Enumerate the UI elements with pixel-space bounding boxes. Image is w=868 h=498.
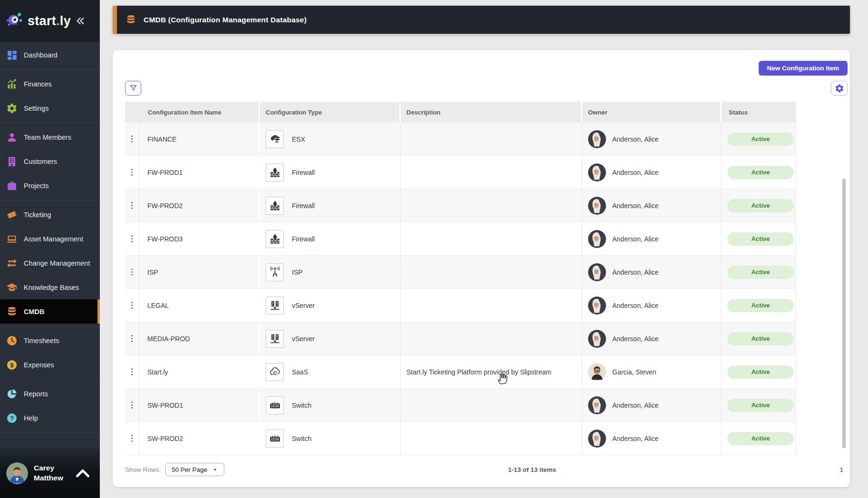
page-header-bar: CMDB (Configuration Management Database): [113, 6, 850, 34]
column-header-owner[interactable]: Owner: [582, 102, 722, 123]
sidebar-divider: [0, 379, 100, 380]
sidebar-item-finances[interactable]: Finances: [0, 72, 100, 96]
cell-configuration-item-name: SW-PROD1: [139, 389, 260, 421]
sidebar-item-knowledge-bases[interactable]: Knowledge Bases: [0, 275, 100, 299]
configuration-item-name: FW-PROD2: [147, 202, 183, 210]
sidebar-item-label: Ticketing: [24, 211, 51, 219]
sidebar-item-change-management[interactable]: Change Management: [0, 251, 100, 275]
sidebar-item-expenses[interactable]: $Expenses: [0, 353, 100, 377]
pagination-page-number[interactable]: 1: [839, 466, 843, 473]
table-row-sw-prod2[interactable]: SW-PROD2SwitchAnderson, AliceActive: [125, 422, 795, 455]
ticket-icon: [6, 209, 18, 220]
configuration-item-name: ISP: [147, 268, 158, 276]
cell-configuration-item-name: FW-PROD2: [139, 189, 260, 222]
status-badge: Active: [727, 166, 794, 179]
row-actions-menu[interactable]: [125, 355, 139, 388]
owner-name: Anderson, Alice: [612, 302, 658, 309]
status-badge: Active: [727, 365, 794, 379]
pagination-range-text: 1-13 of 13 items: [224, 466, 839, 473]
cell-configuration-type: Switch: [260, 389, 401, 421]
sidebar-logo-row: start.ly: [0, 0, 100, 42]
status-badge: Active: [727, 232, 794, 246]
sidebar-item-cmdb[interactable]: CMDB: [0, 299, 100, 324]
sidebar-item-reports[interactable]: Reports: [0, 382, 100, 406]
filter-button[interactable]: [125, 81, 141, 96]
table-row-media-prod[interactable]: MEDIA-PRODvServerAnderson, AliceActive: [125, 322, 795, 355]
table-row-start-ly[interactable]: Start.lySaaSStart.ly Ticketing Platform …: [125, 355, 795, 389]
sidebar-item-customers[interactable]: Customers: [0, 149, 100, 173]
laptop-icon: [6, 233, 18, 245]
table-row-isp[interactable]: ISPISPAnderson, AliceActive: [125, 256, 795, 289]
cell-configuration-type: SaaS: [260, 355, 401, 388]
table-row-legal[interactable]: LEGALvServerAnderson, AliceActive: [125, 289, 795, 322]
cell-owner: Anderson, Alice: [582, 156, 722, 189]
table-body: FINANCEESXAnderson, AliceActiveFW-PROD1F…: [125, 123, 795, 455]
owner-avatar: [588, 363, 606, 381]
row-actions-menu[interactable]: [125, 422, 139, 455]
sidebar-item-projects[interactable]: Projects: [0, 173, 100, 198]
user-menu[interactable]: Carey Matthew: [0, 448, 100, 498]
sidebar-item-label: Reports: [24, 390, 48, 398]
column-header-configuration-item-name[interactable]: Configuration Item Name: [125, 102, 260, 123]
sidebar-item-help[interactable]: ?Help: [0, 406, 100, 430]
svg-text:?: ?: [10, 415, 14, 422]
row-actions-menu[interactable]: [125, 289, 139, 322]
kebab-menu-icon: [127, 201, 136, 210]
saas-icon: [269, 366, 281, 378]
row-actions-menu[interactable]: [125, 322, 139, 355]
cell-status: Active: [722, 422, 795, 455]
table-row-fw-prod2[interactable]: FW-PROD2FirewallAnderson, AliceActive: [125, 189, 795, 222]
sidebar-item-settings[interactable]: Settings: [0, 96, 100, 120]
sidebar-item-asset-management[interactable]: Asset Management: [0, 227, 100, 251]
caret-down-icon: [212, 467, 218, 473]
table-vertical-scrollbar[interactable]: [842, 179, 846, 448]
cell-status: Active: [722, 123, 795, 155]
table-row-sw-prod1[interactable]: SW-PROD1SwitchAnderson, AliceActive: [125, 389, 795, 422]
sidebar-item-team-members[interactable]: Team Members: [0, 125, 100, 149]
owner-avatar: [588, 297, 606, 315]
isp-icon: [269, 266, 281, 278]
cell-configuration-type: Switch: [260, 422, 401, 455]
column-header-description[interactable]: Description: [401, 102, 582, 123]
cell-owner: Anderson, Alice: [582, 256, 722, 288]
row-actions-menu[interactable]: [125, 123, 139, 155]
configuration-type-label: Switch: [292, 402, 311, 409]
table-row-fw-prod3[interactable]: FW-PROD3FirewallAnderson, AliceActive: [125, 222, 795, 256]
dashboard-icon: [6, 49, 18, 61]
cell-status: Active: [722, 222, 795, 255]
cell-description: [401, 389, 582, 421]
cell-configuration-type: Firewall: [260, 156, 401, 189]
sidebar-item-ticketing[interactable]: Ticketing: [0, 202, 100, 227]
rows-per-page-select[interactable]: 50 Per Page: [165, 463, 224, 476]
row-actions-menu[interactable]: [125, 189, 139, 222]
sidebar-item-timesheets[interactable]: Timesheets: [0, 328, 100, 353]
sidebar-collapse-icon[interactable]: [75, 16, 86, 26]
owner-avatar: [588, 263, 606, 281]
table-row-finance[interactable]: FINANCEESXAnderson, AliceActive: [125, 123, 795, 156]
table-filler: [795, 102, 849, 455]
row-actions-menu[interactable]: [125, 389, 139, 421]
cell-owner: Anderson, Alice: [582, 422, 722, 455]
row-actions-menu[interactable]: [125, 256, 139, 288]
startly-robot-logo-icon: [5, 10, 27, 31]
column-header-configuration-type[interactable]: Configuration Type: [260, 102, 401, 123]
owner-avatar: [588, 396, 606, 414]
column-header-status[interactable]: Status: [722, 102, 795, 123]
sidebar-item-label: Team Members: [24, 134, 71, 141]
firewall-icon: [269, 200, 281, 211]
rows-per-page-value: 50 Per Page: [172, 466, 207, 473]
configuration-item-name: Start.ly: [147, 368, 168, 376]
firewall-icon: [269, 166, 281, 178]
kebab-menu-icon: [127, 401, 136, 410]
owner-name: Anderson, Alice: [612, 335, 658, 343]
row-actions-menu[interactable]: [125, 156, 139, 189]
sidebar-item-dashboard[interactable]: Dashboard: [0, 43, 100, 67]
configuration-item-name: FINANCE: [147, 135, 176, 143]
table-settings-button[interactable]: [831, 81, 848, 96]
table-row-fw-prod1[interactable]: FW-PROD1FirewallAnderson, AliceActive: [125, 156, 795, 189]
row-actions-menu[interactable]: [125, 222, 139, 255]
cell-configuration-type: Firewall: [260, 222, 401, 255]
cell-configuration-type: vServer: [260, 289, 401, 322]
new-configuration-item-button[interactable]: New Configuration Item: [759, 61, 848, 76]
cell-description: [401, 256, 582, 288]
